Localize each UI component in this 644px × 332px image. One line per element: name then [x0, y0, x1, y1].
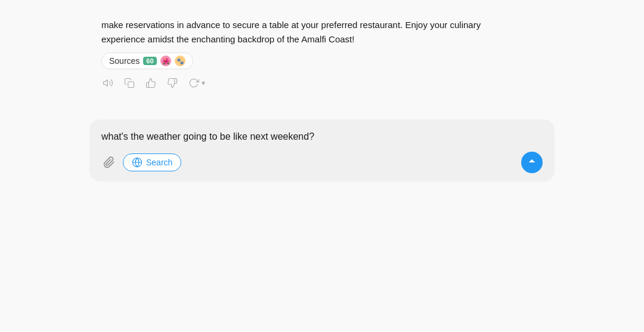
chat-container: make reservations in advance to secure a…	[89, 0, 555, 102]
attach-icon[interactable]	[101, 155, 117, 170]
assistant-message: make reservations in advance to secure a…	[101, 18, 543, 90]
action-bar: ▾	[101, 76, 543, 90]
source-badge: 60	[143, 57, 156, 65]
retry-group: ▾	[187, 76, 205, 90]
chat-input[interactable]: what's the weather going to be like next…	[101, 130, 543, 143]
thumbs-up-icon[interactable]	[144, 76, 157, 90]
chevron-down-icon[interactable]: ▾	[202, 79, 205, 87]
input-area-wrapper: what's the weather going to be like next…	[89, 119, 555, 182]
message-line-1: make reservations in advance to secure a…	[101, 20, 481, 30]
thumbs-down-icon[interactable]	[166, 76, 179, 90]
input-bottom-left: Search	[101, 153, 181, 171]
svg-rect-0	[128, 82, 134, 88]
source-icon-pink: 🌺	[160, 56, 171, 66]
globe-icon	[132, 157, 143, 168]
speak-icon[interactable]	[101, 76, 114, 90]
sources-button[interactable]: Sources 60 🌺 🐾	[101, 53, 193, 69]
sources-row: Sources 60 🌺 🐾	[101, 53, 543, 69]
sources-label: Sources	[109, 56, 140, 66]
source-icon-yellow: 🐾	[175, 56, 185, 66]
copy-icon[interactable]	[123, 76, 136, 90]
message-line-2: experience amidst the enchanting backdro…	[101, 34, 354, 44]
retry-icon[interactable]	[187, 76, 200, 90]
message-text: make reservations in advance to secure a…	[101, 18, 543, 47]
send-button[interactable]	[521, 152, 543, 173]
input-bottom-bar: Search	[101, 152, 543, 173]
search-label: Search	[146, 158, 172, 167]
search-button[interactable]: Search	[123, 153, 181, 171]
input-box: what's the weather going to be like next…	[89, 119, 555, 182]
